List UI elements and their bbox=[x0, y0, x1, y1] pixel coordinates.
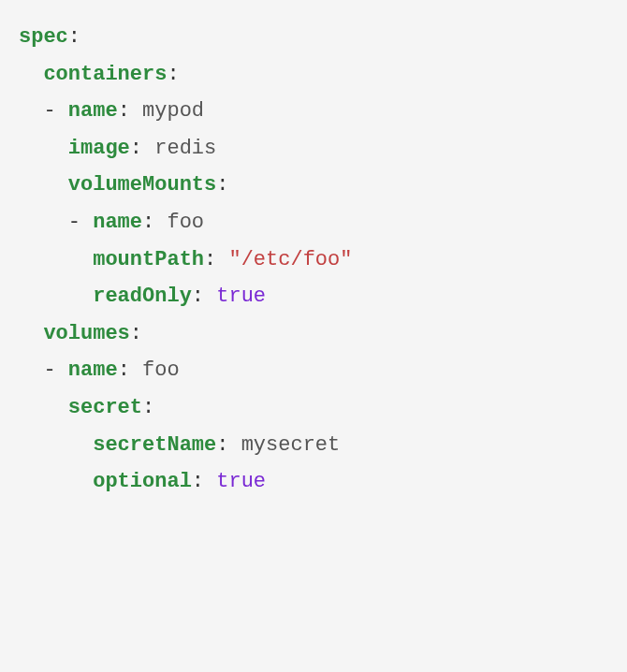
yaml-key: image bbox=[68, 137, 130, 160]
yaml-key: containers bbox=[43, 63, 167, 86]
yaml-value: redis bbox=[154, 137, 216, 160]
yaml-value: mysecret bbox=[241, 433, 341, 457]
yaml-dash: - bbox=[43, 99, 67, 123]
yaml-colon: : bbox=[192, 285, 216, 308]
yaml-bool: true bbox=[216, 470, 266, 493]
yaml-value: foo bbox=[167, 211, 204, 234]
yaml-key: mountPath bbox=[93, 248, 204, 271]
yaml-key: name bbox=[93, 211, 142, 234]
yaml-colon: : bbox=[142, 396, 154, 419]
yaml-key: name bbox=[68, 358, 118, 382]
yaml-key: name bbox=[68, 99, 118, 123]
yaml-colon: : bbox=[118, 99, 142, 123]
yaml-colon: : bbox=[118, 358, 142, 382]
yaml-line-optional: optional: true bbox=[19, 463, 608, 501]
yaml-key: spec bbox=[19, 25, 68, 49]
yaml-colon: : bbox=[216, 173, 228, 197]
yaml-line-spec: spec: bbox=[19, 19, 608, 56]
yaml-line-readonly: readOnly: true bbox=[19, 278, 608, 315]
yaml-line-secret-name: secretName: mysecret bbox=[19, 427, 608, 464]
yaml-key: secret bbox=[68, 396, 142, 419]
yaml-colon: : bbox=[204, 248, 228, 271]
yaml-key: volumes bbox=[43, 322, 129, 345]
yaml-key: secretName bbox=[93, 433, 216, 457]
yaml-line-mount-path: mountPath: "/etc/foo" bbox=[19, 241, 608, 279]
yaml-dash: - bbox=[68, 211, 93, 234]
yaml-line-containers: containers: bbox=[19, 56, 608, 94]
yaml-line-mount-name: - name: foo bbox=[19, 204, 608, 241]
yaml-key: volumeMounts bbox=[68, 173, 216, 197]
yaml-colon: : bbox=[130, 137, 154, 160]
yaml-line-volumes: volumes: bbox=[19, 315, 608, 353]
yaml-bool: true bbox=[216, 285, 266, 308]
yaml-colon: : bbox=[130, 322, 142, 345]
yaml-value: mypod bbox=[142, 99, 204, 123]
yaml-colon: : bbox=[142, 211, 167, 234]
yaml-line-secret: secret: bbox=[19, 389, 608, 427]
yaml-colon: : bbox=[167, 63, 179, 86]
yaml-line-volume-mounts: volumeMounts: bbox=[19, 167, 608, 204]
yaml-colon: : bbox=[216, 433, 241, 457]
yaml-dash: - bbox=[43, 358, 67, 382]
yaml-value: foo bbox=[142, 358, 180, 382]
yaml-string: "/etc/foo" bbox=[228, 248, 352, 271]
yaml-key: readOnly bbox=[93, 285, 192, 308]
yaml-line-image: image: redis bbox=[19, 130, 608, 168]
yaml-key: optional bbox=[93, 470, 192, 493]
yaml-line-volume-name: - name: foo bbox=[19, 352, 608, 389]
yaml-colon: : bbox=[68, 25, 80, 49]
yaml-colon: : bbox=[192, 470, 216, 493]
yaml-line-container-name: - name: mypod bbox=[19, 93, 608, 130]
